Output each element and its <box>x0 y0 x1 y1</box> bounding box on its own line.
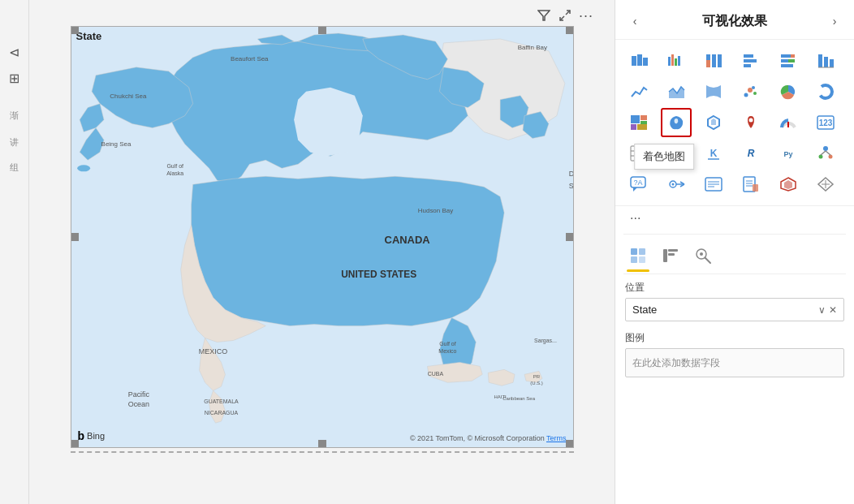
svg-text:Ocean: Ocean <box>127 400 149 408</box>
pr-label: PR <box>533 374 540 379</box>
panel-next-button[interactable]: › <box>825 11 844 31</box>
svg-rect-25 <box>718 54 722 67</box>
viz-clustered-bar[interactable] <box>661 46 692 75</box>
viz-bar-chart-h[interactable] <box>735 46 766 75</box>
svg-point-40 <box>748 88 753 93</box>
svg-line-70 <box>826 151 830 155</box>
svg-text:Mexico: Mexico <box>438 348 456 354</box>
resize-handle-tm[interactable] <box>318 26 326 34</box>
field-close-icon[interactable]: ✕ <box>829 304 837 316</box>
expand-icon[interactable] <box>558 8 572 23</box>
resize-handle-bm[interactable] <box>318 440 326 448</box>
viz-area[interactable] <box>661 77 692 106</box>
svg-text:Alaska: Alaska <box>166 170 183 176</box>
location-label: 位置 <box>625 281 844 295</box>
panel-tabs <box>615 235 854 270</box>
resize-handle-mr[interactable] <box>566 233 574 241</box>
viz-ribbon[interactable] <box>698 77 729 106</box>
viz-kpi[interactable]: K <box>698 139 729 168</box>
terms-link[interactable]: Terms <box>546 434 567 442</box>
viz-gauge[interactable] <box>773 108 804 137</box>
viz-location-pin[interactable] <box>735 108 766 137</box>
field-chevron-icon[interactable]: ∨ <box>818 304 826 316</box>
viz-matrix[interactable] <box>661 139 692 168</box>
svg-text:Caribbean Sea: Caribbean Sea <box>502 396 536 401</box>
svg-rect-36 <box>830 59 834 67</box>
svg-text:123: 123 <box>819 118 833 127</box>
svg-rect-26 <box>744 54 753 58</box>
legend-label: 图例 <box>625 331 844 345</box>
state-field-pill: State ∨ ✕ <box>625 298 844 321</box>
panel-title: 可视化效果 <box>702 13 767 30</box>
viz-more-button[interactable]: ··· <box>623 208 647 229</box>
resize-handle-bl[interactable] <box>71 440 79 448</box>
viz-treemap[interactable] <box>623 108 654 137</box>
viz-pie[interactable] <box>773 77 804 106</box>
svg-rect-96 <box>639 256 645 263</box>
viz-donut[interactable] <box>810 77 841 106</box>
panel-prev-button[interactable]: ‹ <box>625 11 645 31</box>
viz-more-bar[interactable] <box>810 46 841 75</box>
viz-qa[interactable]: ?A <box>623 170 654 199</box>
legend-placeholder[interactable]: 在此处添加数据字段 <box>625 348 844 377</box>
viz-paginated-report[interactable] <box>735 170 766 199</box>
resize-handle-ml[interactable] <box>71 233 79 241</box>
bing-watermark: b Bing <box>78 429 106 442</box>
svg-text:?A: ?A <box>633 179 642 187</box>
svg-point-4 <box>77 165 90 171</box>
tab-format[interactable] <box>656 241 685 270</box>
sidebar-icon-chinese1[interactable]: 渐 <box>3 93 26 115</box>
pacific-ocean-label: Pacific <box>127 390 149 398</box>
svg-rect-16 <box>637 54 642 66</box>
svg-text:Gulf of: Gulf of <box>166 163 183 169</box>
svg-rect-23 <box>706 60 710 67</box>
svg-rect-15 <box>632 56 636 66</box>
hudson-bay-label: Hudson Bay <box>417 207 452 214</box>
chukchi-sea-label: Chukchi Sea <box>110 93 147 100</box>
svg-rect-20 <box>675 58 677 66</box>
viz-shape-map[interactable] <box>698 108 729 137</box>
svg-rect-93 <box>631 248 637 255</box>
panel-header: ‹ 可视化效果 › <box>615 0 854 40</box>
viz-line[interactable] <box>623 77 654 106</box>
tab-fields[interactable] <box>623 241 653 270</box>
svg-text:Gulf of: Gulf of <box>439 341 456 347</box>
viz-r-script[interactable]: R <box>735 139 766 168</box>
viz-scatter[interactable] <box>735 77 766 106</box>
viz-filled-map[interactable]: 着色地图 <box>661 108 692 137</box>
svg-point-43 <box>819 85 832 98</box>
resize-handle-tr[interactable] <box>566 26 574 34</box>
viz-stacked-bar[interactable] <box>623 46 654 75</box>
viz-more-row: ··· <box>615 206 854 234</box>
map-svg: CANADA UNITED STATES MEXICO Pacific Ocea… <box>71 27 573 447</box>
svg-rect-53 <box>631 146 647 161</box>
filter-icon[interactable] <box>537 8 551 23</box>
svg-marker-89 <box>784 180 792 189</box>
svg-rect-31 <box>781 59 788 62</box>
sidebar-icon-chinese2[interactable]: 讲 <box>3 118 26 141</box>
resize-handle-tl[interactable] <box>71 26 79 34</box>
svg-point-49 <box>749 118 753 123</box>
viz-stacked-bar-h[interactable] <box>773 46 804 75</box>
svg-line-69 <box>821 151 826 155</box>
viz-python[interactable]: Py <box>773 139 804 168</box>
svg-rect-98 <box>668 249 678 252</box>
resize-handle-br[interactable] <box>566 440 574 448</box>
map-title: State <box>76 30 102 42</box>
viz-diamond[interactable] <box>810 170 841 199</box>
tab-analytics[interactable] <box>688 241 718 270</box>
viz-power-apps[interactable] <box>773 170 804 199</box>
viz-table[interactable] <box>623 139 654 168</box>
sidebar-icon-chart[interactable]: ⊞ <box>3 67 26 89</box>
sidebar-icon-filter[interactable]: ⊲ <box>3 41 26 63</box>
svg-point-41 <box>753 92 757 95</box>
viz-decomp-tree[interactable] <box>810 139 841 168</box>
nicaragua-label: NICARAGUA <box>204 410 238 416</box>
viz-stacked-bar-100[interactable] <box>698 46 729 75</box>
viz-key-influencers[interactable] <box>661 170 692 199</box>
viz-smart-narrative[interactable] <box>698 170 729 199</box>
viz-number-card[interactable]: 123 <box>810 108 841 137</box>
cuba-label: CUBA <box>427 371 443 377</box>
more-options-icon[interactable]: ··· <box>579 8 593 23</box>
sidebar-icon-chinese3[interactable]: 组 <box>3 144 26 167</box>
